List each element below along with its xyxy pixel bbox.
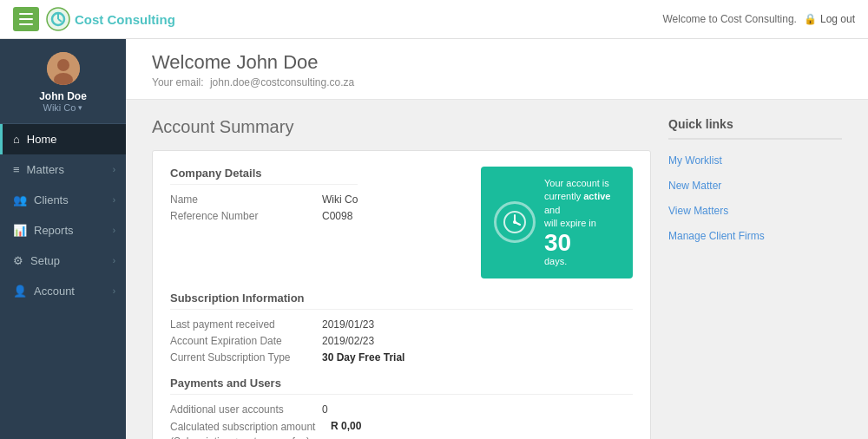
ref-value: C0098 (322, 210, 352, 222)
sidebar-item-setup-label: Setup (30, 254, 60, 267)
layout: John Doe Wiki Co ▾ ⌂ Home ≡ Matters › 👥 … (0, 39, 868, 439)
status-days: 30 (544, 231, 620, 255)
topbar-left: Cost Consulting (13, 7, 175, 31)
topbar: Cost Consulting Welcome to Cost Consulti… (0, 0, 868, 39)
company-details-section: Company Details Name Wiki Co Reference N… (170, 167, 358, 226)
setup-icon: ⚙ (13, 254, 23, 267)
payments-users-section: Payments and Users Additional user accou… (170, 377, 633, 439)
company-name-row: Name Wiki Co (170, 193, 358, 206)
logout-label: Log out (820, 13, 855, 25)
status-text: Your account is currently active and wil… (544, 177, 620, 268)
sidebar-item-reports[interactable]: 📊 Reports › (0, 215, 126, 246)
company-details-title: Company Details (170, 167, 358, 185)
payments-users-title: Payments and Users (170, 377, 633, 395)
right-panel: Quick links My Worklist New Matter View … (668, 117, 842, 439)
user-company-label: Wiki Co (43, 102, 76, 113)
avatar (47, 52, 80, 85)
reports-icon: 📊 (13, 224, 27, 237)
email-value: john.doe@costconsulting.co.za (210, 76, 354, 88)
last-payment-label: Last payment received (170, 318, 322, 331)
email-label: Your email: (152, 76, 204, 88)
matters-chevron-icon: › (113, 165, 115, 174)
sidebar-item-account-label: Account (34, 285, 75, 298)
logo-area: Cost Consulting (46, 7, 175, 31)
status-active-suffix: and (544, 205, 560, 215)
sub-type-label: Current Subscription Type (170, 351, 322, 364)
sub-type-row: Current Subscription Type 30 Day Free Tr… (170, 351, 633, 364)
sub-amount-value: R 0,00 (331, 420, 361, 439)
subscription-section: Subscription Information Last payment re… (170, 292, 633, 364)
sidebar-item-matters-label: Matters (27, 163, 64, 176)
setup-chevron-icon: › (113, 256, 115, 265)
logout-button[interactable]: 🔒 Log out (804, 13, 855, 25)
user-company[interactable]: Wiki Co ▾ (43, 102, 83, 113)
page-title: Welcome John Doe (152, 51, 842, 74)
sidebar-item-matters[interactable]: ≡ Matters › (0, 154, 126, 185)
quick-link-view-matters[interactable]: View Matters (668, 199, 842, 224)
sub-amount-label: Calculated subscription amount (Subscrip… (170, 420, 322, 439)
account-summary-title: Account Summary (152, 117, 651, 137)
company-ref-row: Reference Number C0098 (170, 210, 358, 222)
user-section: John Doe Wiki Co ▾ (0, 39, 126, 124)
logo-text: Cost Consulting (75, 12, 175, 27)
additional-accounts-label: Additional user accounts (170, 403, 322, 416)
sidebar-item-clients-label: Clients (34, 193, 69, 206)
status-active-word: active (583, 191, 610, 201)
account-icon: 👤 (13, 285, 27, 298)
clients-icon: 👥 (13, 193, 27, 206)
additional-accounts-value: 0 (322, 403, 328, 416)
ref-label: Reference Number (170, 210, 322, 222)
sidebar-item-home[interactable]: ⌂ Home (0, 124, 126, 154)
page-header: Welcome John Doe Your email: john.doe@co… (126, 39, 868, 100)
summary-card-top-row: Company Details Name Wiki Co Reference N… (170, 167, 633, 278)
clients-chevron-icon: › (113, 195, 115, 205)
company-chevron-icon: ▾ (78, 103, 82, 112)
sidebar-item-setup[interactable]: ⚙ Setup › (0, 246, 126, 276)
expiry-label: Account Expiration Date (170, 335, 322, 347)
page-subtitle: Your email: john.doe@costconsulting.co.z… (152, 76, 842, 88)
quick-link-manage-client-firms[interactable]: Manage Client Firms (668, 224, 842, 249)
sidebar: John Doe Wiki Co ▾ ⌂ Home ≡ Matters › 👥 … (0, 39, 126, 439)
content-area: Account Summary Company Details Name Wik… (126, 100, 868, 439)
logo-icon (46, 7, 70, 31)
user-name: John Doe (39, 90, 87, 102)
account-chevron-icon: › (113, 286, 115, 296)
main-content: Welcome John Doe Your email: john.doe@co… (126, 39, 868, 439)
last-payment-value: 2019/01/23 (322, 318, 374, 331)
additional-accounts-row: Additional user accounts 0 (170, 403, 633, 416)
logo-teal: Consulting (108, 12, 175, 27)
hamburger-button[interactable] (13, 7, 39, 31)
name-value: Wiki Co (322, 193, 358, 206)
quick-link-new-matter[interactable]: New Matter (668, 174, 842, 199)
topbar-right: Welcome to Cost Consulting. 🔒 Log out (662, 13, 855, 25)
status-line2: currently active and (544, 190, 620, 217)
logo-gray: Cost (75, 12, 108, 27)
sidebar-item-account[interactable]: 👤 Account › (0, 276, 126, 306)
reports-chevron-icon: › (113, 226, 115, 235)
last-payment-row: Last payment received 2019/01/23 (170, 318, 633, 331)
quick-links-title: Quick links (668, 117, 842, 140)
sidebar-item-reports-label: Reports (34, 224, 74, 237)
sidebar-item-clients[interactable]: 👥 Clients › (0, 185, 126, 215)
clock-icon (494, 201, 536, 243)
sub-amount-row: Calculated subscription amount (Subscrip… (170, 420, 633, 439)
status-widget: Your account is currently active and wil… (481, 167, 633, 278)
name-label: Name (170, 193, 322, 206)
sidebar-item-home-label: Home (27, 133, 57, 146)
summary-card: Company Details Name Wiki Co Reference N… (152, 150, 651, 439)
matters-icon: ≡ (13, 163, 20, 176)
status-days-label: days. (544, 255, 620, 268)
logout-icon: 🔒 (804, 13, 817, 25)
svg-point-5 (57, 59, 69, 71)
welcome-message: Welcome to Cost Consulting. (662, 13, 797, 25)
expiry-value: 2019/02/23 (322, 335, 374, 347)
sub-type-value: 30 Day Free Trial (322, 351, 404, 364)
subscription-title: Subscription Information (170, 292, 633, 310)
svg-point-10 (513, 220, 516, 224)
home-icon: ⌂ (13, 133, 20, 146)
main-panel: Account Summary Company Details Name Wik… (152, 117, 651, 439)
expiry-row: Account Expiration Date 2019/02/23 (170, 335, 633, 347)
status-active-prefix: currently (544, 191, 583, 201)
quick-link-my-worklist[interactable]: My Worklist (668, 148, 842, 174)
status-line1: Your account is (544, 177, 620, 190)
